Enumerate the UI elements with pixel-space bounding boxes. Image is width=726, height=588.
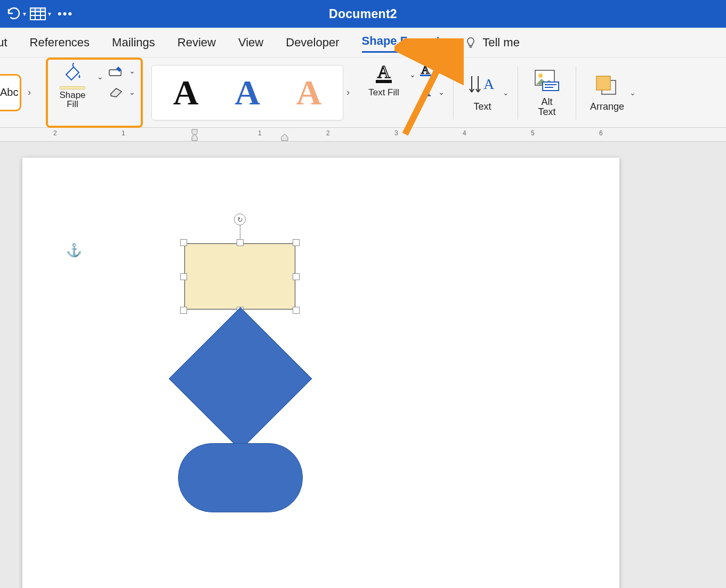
table-button[interactable]: ▾ [29, 5, 51, 23]
shape-style-label: Abc [0, 86, 18, 99]
horizontal-ruler[interactable]: 2 1 1 2 3 4 5 6 [0, 128, 726, 142]
pen-outline-icon [109, 65, 125, 77]
svg-marker-23 [192, 134, 197, 141]
group-divider [576, 66, 576, 119]
alt-text-icon [532, 68, 562, 94]
text-effects-caret[interactable]: ⌄ [438, 88, 445, 96]
tell-me[interactable]: Tell me [464, 36, 520, 50]
resize-handle-bl[interactable] [180, 307, 187, 314]
tab-developer[interactable]: Developer [286, 34, 339, 52]
svg-rect-21 [596, 76, 610, 90]
arrange-caret[interactable]: ⌄ [630, 88, 636, 97]
undo-caret-icon[interactable]: ▾ [23, 10, 26, 18]
text-group-label: Text [473, 102, 491, 112]
more-commands-button[interactable]: ••• [54, 5, 76, 23]
svg-text:A: A [422, 85, 431, 99]
shape-fill-group-highlight: ShapeFill ⌄ ⌄ ⌄ [46, 58, 143, 128]
ellipsis-icon: ••• [58, 7, 73, 21]
shape-style-preset[interactable]: Abc [0, 74, 21, 111]
svg-text:A: A [421, 63, 430, 76]
ruler-tick: 2 [326, 129, 330, 137]
tell-me-label: Tell me [482, 36, 520, 50]
tab-references[interactable]: References [30, 34, 90, 52]
title-bar: ▾ ▾ ••• Document2 [0, 0, 726, 28]
svg-rect-10 [376, 80, 392, 83]
alt-text-label: AltText [538, 97, 555, 117]
shape-fill-caret[interactable]: ⌄ [97, 72, 103, 81]
text-group-button[interactable]: A Text [462, 63, 503, 122]
ribbon-tabs: yout References Mailings Review View Dev… [0, 28, 726, 58]
resize-handle-tm[interactable] [237, 239, 244, 246]
rotate-connector [240, 223, 240, 239]
group-divider [453, 66, 454, 119]
wordart-preset-3[interactable]: A [296, 75, 321, 110]
resize-handle-mr[interactable] [293, 273, 300, 280]
ruler-tick: 3 [394, 129, 398, 137]
resize-handle-tr[interactable] [293, 239, 300, 246]
ruler-tick: 1 [122, 129, 125, 137]
table-caret-icon[interactable]: ▾ [48, 10, 51, 18]
indent-marker-first-line[interactable] [280, 128, 291, 142]
text-direction-icon: A [467, 73, 497, 99]
svg-text:A: A [377, 62, 391, 81]
shape-fill-button[interactable]: ShapeFill [53, 63, 92, 110]
resize-handle-ml[interactable] [180, 273, 187, 280]
paint-bucket-icon [61, 63, 84, 85]
text-effects-button[interactable]: A ⌄ [419, 85, 445, 99]
shape-rectangle[interactable] [184, 243, 295, 309]
document-area: ⚓ ↻ [0, 142, 726, 588]
wordart-style-gallery[interactable]: A A A [151, 65, 343, 120]
tab-review[interactable]: Review [178, 34, 216, 52]
arrange-icon [592, 73, 622, 99]
arrange-button[interactable]: Arrange [585, 63, 630, 122]
ribbon: Abc › ShapeFill ⌄ ⌄ [0, 58, 726, 128]
svg-text:A: A [483, 76, 495, 92]
shape-outline-caret[interactable]: ⌄ [129, 67, 135, 75]
text-outline-button[interactable]: A ⌄ [419, 63, 445, 77]
wordart-gallery-caret[interactable]: › [343, 87, 353, 98]
shape-diamond[interactable] [169, 307, 312, 451]
shape-style-gallery-caret[interactable]: › [21, 74, 37, 111]
alt-text-button[interactable]: AltText [527, 63, 567, 122]
shape-effects-button[interactable]: ⌄ [109, 86, 135, 98]
svg-rect-12 [420, 75, 432, 76]
resize-handle-tl[interactable] [180, 239, 187, 246]
wordart-preset-2[interactable]: A [235, 75, 260, 110]
text-outline-a-icon: A [419, 63, 435, 77]
ruler-tick: 6 [599, 129, 603, 137]
text-fill-caret[interactable]: ⌄ [409, 70, 416, 79]
ruler-tick: 5 [531, 129, 535, 137]
rotate-handle[interactable]: ↻ [234, 214, 246, 225]
tab-shape-format[interactable]: Shape Format [362, 32, 440, 53]
wordart-preset-1[interactable]: A [173, 75, 199, 110]
svg-rect-17 [543, 82, 559, 91]
resize-handle-br[interactable] [293, 307, 300, 314]
shape-rectangle-selected[interactable]: ↻ [180, 239, 300, 314]
svg-point-16 [538, 74, 543, 78]
tab-layout[interactable]: yout [0, 34, 7, 52]
tab-view[interactable]: View [238, 34, 263, 52]
shape-effects-caret[interactable]: ⌄ [129, 88, 135, 96]
lightbulb-icon [464, 36, 477, 49]
ruler-tick: 1 [258, 129, 262, 137]
group-divider [518, 66, 518, 119]
document-title: Document2 [329, 7, 397, 21]
tab-mailings[interactable]: Mailings [112, 34, 155, 52]
shape-rounded-rectangle[interactable] [178, 443, 303, 512]
text-fill-a-icon: A [372, 62, 396, 84]
text-outline-caret[interactable]: ⌄ [438, 66, 445, 74]
page[interactable]: ⚓ ↻ [22, 158, 619, 588]
shape-fill-color-swatch [60, 86, 85, 89]
text-group-caret[interactable]: ⌄ [503, 88, 509, 97]
eraser-icon [109, 86, 125, 98]
undo-button[interactable]: ▾ [5, 5, 26, 23]
ruler-tick: 4 [463, 129, 466, 137]
object-anchor-icon: ⚓ [66, 243, 82, 258]
svg-marker-24 [281, 134, 288, 141]
shape-outline-button[interactable]: ⌄ [109, 65, 135, 77]
text-fill-button[interactable]: A [372, 62, 396, 84]
indent-marker-left[interactable] [187, 128, 208, 142]
quick-access-toolbar: ▾ ▾ ••• [0, 5, 76, 23]
ruler-tick: 2 [53, 129, 57, 137]
svg-rect-5 [30, 8, 45, 12]
